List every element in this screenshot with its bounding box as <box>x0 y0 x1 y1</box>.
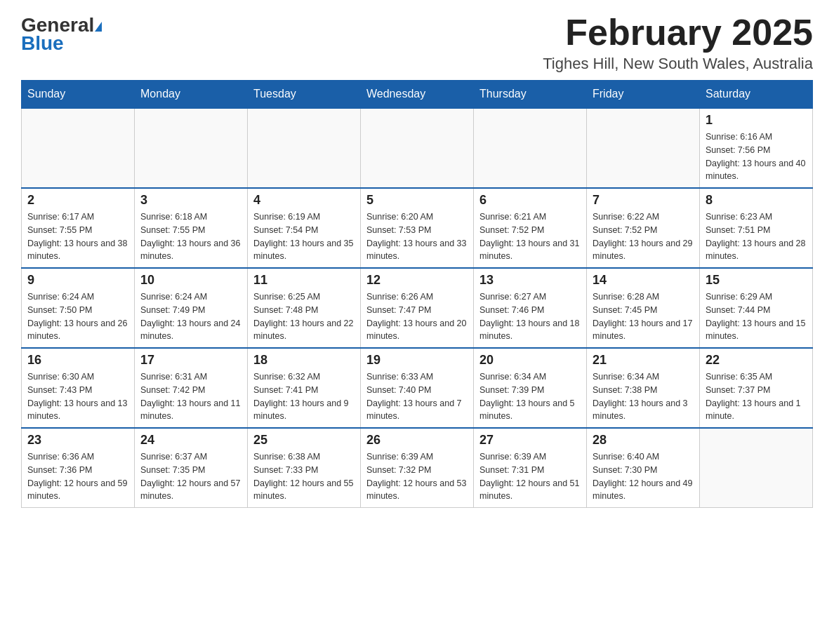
weekday-header-thursday: Thursday <box>474 81 587 109</box>
calendar-week-row: 2Sunrise: 6:17 AM Sunset: 7:55 PM Daylig… <box>22 188 813 268</box>
calendar-day-cell <box>22 108 135 188</box>
calendar-day-cell: 3Sunrise: 6:18 AM Sunset: 7:55 PM Daylig… <box>135 188 248 268</box>
calendar-day-cell: 15Sunrise: 6:29 AM Sunset: 7:44 PM Dayli… <box>700 268 813 348</box>
day-info: Sunrise: 6:27 AM Sunset: 7:46 PM Dayligh… <box>479 290 581 343</box>
day-info: Sunrise: 6:32 AM Sunset: 7:41 PM Dayligh… <box>253 370 355 423</box>
day-number: 24 <box>140 433 241 448</box>
logo: General Blue <box>21 14 103 53</box>
day-info: Sunrise: 6:28 AM Sunset: 7:45 PM Dayligh… <box>593 290 694 343</box>
day-info: Sunrise: 6:39 AM Sunset: 7:31 PM Dayligh… <box>479 450 581 503</box>
day-info: Sunrise: 6:40 AM Sunset: 7:30 PM Dayligh… <box>593 450 694 503</box>
day-info: Sunrise: 6:39 AM Sunset: 7:32 PM Dayligh… <box>366 450 468 503</box>
day-info: Sunrise: 6:38 AM Sunset: 7:33 PM Dayligh… <box>253 450 355 503</box>
calendar-day-cell: 11Sunrise: 6:25 AM Sunset: 7:48 PM Dayli… <box>248 268 361 348</box>
day-number: 8 <box>706 193 807 208</box>
day-info: Sunrise: 6:18 AM Sunset: 7:55 PM Dayligh… <box>140 210 241 263</box>
calendar-week-row: 23Sunrise: 6:36 AM Sunset: 7:36 PM Dayli… <box>22 428 813 508</box>
day-number: 3 <box>140 193 241 208</box>
calendar-day-cell: 20Sunrise: 6:34 AM Sunset: 7:39 PM Dayli… <box>474 348 587 428</box>
calendar-day-cell: 19Sunrise: 6:33 AM Sunset: 7:40 PM Dayli… <box>361 348 474 428</box>
calendar-week-row: 1Sunrise: 6:16 AM Sunset: 7:56 PM Daylig… <box>22 108 813 188</box>
calendar-day-cell: 14Sunrise: 6:28 AM Sunset: 7:45 PM Dayli… <box>587 268 700 348</box>
day-number: 18 <box>253 353 355 368</box>
day-info: Sunrise: 6:25 AM Sunset: 7:48 PM Dayligh… <box>253 290 355 343</box>
calendar-day-cell: 26Sunrise: 6:39 AM Sunset: 7:32 PM Dayli… <box>361 428 474 508</box>
calendar-day-cell: 2Sunrise: 6:17 AM Sunset: 7:55 PM Daylig… <box>22 188 135 268</box>
weekday-header-row: SundayMondayTuesdayWednesdayThursdayFrid… <box>22 81 813 109</box>
calendar-day-cell: 13Sunrise: 6:27 AM Sunset: 7:46 PM Dayli… <box>474 268 587 348</box>
day-info: Sunrise: 6:34 AM Sunset: 7:38 PM Dayligh… <box>593 370 694 423</box>
weekday-header-sunday: Sunday <box>22 81 135 109</box>
calendar-day-cell: 5Sunrise: 6:20 AM Sunset: 7:53 PM Daylig… <box>361 188 474 268</box>
page-header: General Blue February 2025 Tighes Hill, … <box>21 14 813 73</box>
day-info: Sunrise: 6:24 AM Sunset: 7:50 PM Dayligh… <box>27 290 128 343</box>
day-info: Sunrise: 6:30 AM Sunset: 7:43 PM Dayligh… <box>27 370 128 423</box>
calendar-day-cell: 17Sunrise: 6:31 AM Sunset: 7:42 PM Dayli… <box>135 348 248 428</box>
calendar-day-cell: 12Sunrise: 6:26 AM Sunset: 7:47 PM Dayli… <box>361 268 474 348</box>
day-number: 15 <box>706 273 807 288</box>
weekday-header-friday: Friday <box>587 81 700 109</box>
day-info: Sunrise: 6:22 AM Sunset: 7:52 PM Dayligh… <box>593 210 694 263</box>
calendar-day-cell: 16Sunrise: 6:30 AM Sunset: 7:43 PM Dayli… <box>22 348 135 428</box>
calendar-day-cell: 4Sunrise: 6:19 AM Sunset: 7:54 PM Daylig… <box>248 188 361 268</box>
day-number: 14 <box>593 273 694 288</box>
day-number: 21 <box>593 353 694 368</box>
calendar-day-cell: 18Sunrise: 6:32 AM Sunset: 7:41 PM Dayli… <box>248 348 361 428</box>
day-info: Sunrise: 6:31 AM Sunset: 7:42 PM Dayligh… <box>140 370 241 423</box>
day-number: 9 <box>27 273 128 288</box>
month-title: February 2025 <box>543 14 813 51</box>
calendar-week-row: 16Sunrise: 6:30 AM Sunset: 7:43 PM Dayli… <box>22 348 813 428</box>
day-number: 23 <box>27 433 128 448</box>
weekday-header-monday: Monday <box>135 81 248 109</box>
calendar-day-cell <box>135 108 248 188</box>
calendar-day-cell: 28Sunrise: 6:40 AM Sunset: 7:30 PM Dayli… <box>587 428 700 508</box>
day-info: Sunrise: 6:17 AM Sunset: 7:55 PM Dayligh… <box>27 210 128 263</box>
day-info: Sunrise: 6:37 AM Sunset: 7:35 PM Dayligh… <box>140 450 241 503</box>
day-info: Sunrise: 6:19 AM Sunset: 7:54 PM Dayligh… <box>253 210 355 263</box>
day-number: 12 <box>366 273 468 288</box>
calendar-day-cell: 22Sunrise: 6:35 AM Sunset: 7:37 PM Dayli… <box>700 348 813 428</box>
calendar-day-cell <box>700 428 813 508</box>
calendar-day-cell: 21Sunrise: 6:34 AM Sunset: 7:38 PM Dayli… <box>587 348 700 428</box>
calendar-day-cell: 7Sunrise: 6:22 AM Sunset: 7:52 PM Daylig… <box>587 188 700 268</box>
day-info: Sunrise: 6:24 AM Sunset: 7:49 PM Dayligh… <box>140 290 241 343</box>
weekday-header-saturday: Saturday <box>700 81 813 109</box>
calendar-day-cell <box>361 108 474 188</box>
day-number: 16 <box>27 353 128 368</box>
location-title: Tighes Hill, New South Wales, Australia <box>543 55 813 73</box>
day-number: 25 <box>253 433 355 448</box>
day-number: 11 <box>253 273 355 288</box>
title-area: February 2025 Tighes Hill, New South Wal… <box>543 14 813 73</box>
day-info: Sunrise: 6:26 AM Sunset: 7:47 PM Dayligh… <box>366 290 468 343</box>
day-info: Sunrise: 6:21 AM Sunset: 7:52 PM Dayligh… <box>479 210 581 263</box>
day-number: 4 <box>253 193 355 208</box>
day-info: Sunrise: 6:34 AM Sunset: 7:39 PM Dayligh… <box>479 370 581 423</box>
day-info: Sunrise: 6:20 AM Sunset: 7:53 PM Dayligh… <box>366 210 468 263</box>
calendar-day-cell <box>474 108 587 188</box>
calendar-day-cell: 25Sunrise: 6:38 AM Sunset: 7:33 PM Dayli… <box>248 428 361 508</box>
day-number: 2 <box>27 193 128 208</box>
day-number: 22 <box>706 353 807 368</box>
calendar-day-cell: 24Sunrise: 6:37 AM Sunset: 7:35 PM Dayli… <box>135 428 248 508</box>
day-info: Sunrise: 6:29 AM Sunset: 7:44 PM Dayligh… <box>706 290 807 343</box>
day-info: Sunrise: 6:36 AM Sunset: 7:36 PM Dayligh… <box>27 450 128 503</box>
calendar-day-cell: 23Sunrise: 6:36 AM Sunset: 7:36 PM Dayli… <box>22 428 135 508</box>
weekday-header-wednesday: Wednesday <box>361 81 474 109</box>
day-number: 28 <box>593 433 694 448</box>
calendar-day-cell: 1Sunrise: 6:16 AM Sunset: 7:56 PM Daylig… <box>700 108 813 188</box>
calendar-day-cell <box>248 108 361 188</box>
day-number: 5 <box>366 193 468 208</box>
day-info: Sunrise: 6:35 AM Sunset: 7:37 PM Dayligh… <box>706 370 807 423</box>
day-number: 27 <box>479 433 581 448</box>
day-info: Sunrise: 6:33 AM Sunset: 7:40 PM Dayligh… <box>366 370 468 423</box>
calendar-week-row: 9Sunrise: 6:24 AM Sunset: 7:50 PM Daylig… <box>22 268 813 348</box>
logo-blue: Blue <box>21 34 64 53</box>
day-number: 20 <box>479 353 581 368</box>
day-number: 7 <box>593 193 694 208</box>
calendar-day-cell: 27Sunrise: 6:39 AM Sunset: 7:31 PM Dayli… <box>474 428 587 508</box>
calendar-day-cell: 8Sunrise: 6:23 AM Sunset: 7:51 PM Daylig… <box>700 188 813 268</box>
day-number: 26 <box>366 433 468 448</box>
day-number: 19 <box>366 353 468 368</box>
calendar-day-cell: 6Sunrise: 6:21 AM Sunset: 7:52 PM Daylig… <box>474 188 587 268</box>
calendar-day-cell <box>587 108 700 188</box>
